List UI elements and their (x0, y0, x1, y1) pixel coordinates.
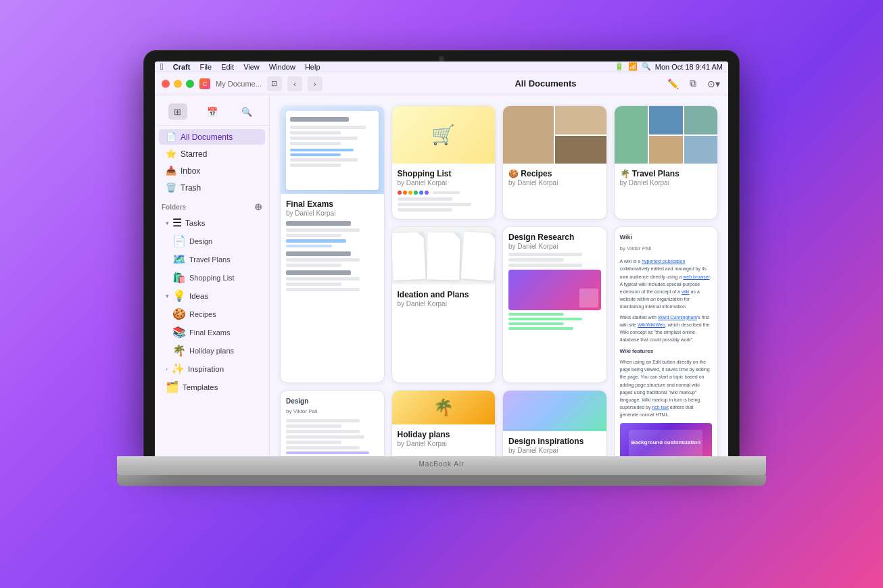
recipes-title: 🍪 Recipes (508, 169, 601, 178)
documents-grid: Final Exams by Daniel Korpai (270, 95, 728, 456)
wiki-para-2: Wikis started with Ward Cunningham's fir… (620, 314, 713, 344)
maximize-button[interactable] (186, 80, 194, 88)
wiki-intro: A wiki is a hypertext publication collab… (620, 258, 713, 310)
search-icon[interactable]: 🔍 (642, 62, 651, 71)
menu-view[interactable]: View (243, 63, 260, 71)
shopping-list-content: Shopping List by Daniel Korpai (392, 164, 496, 219)
inbox-icon: 📥 (166, 166, 176, 176)
sidebar-item-all-documents[interactable]: 📄 All Documents (159, 129, 265, 145)
shopping-color-dots (398, 189, 490, 196)
macbook-bottom (117, 456, 766, 475)
sidebar-folder-templates[interactable]: 🗂️ Templates (159, 378, 265, 395)
design-research-title: Design Research (508, 232, 601, 242)
card-ideation[interactable]: Ideation and Plans by Daniel Korpai (392, 227, 496, 383)
chevron-down-icon: ▾ (166, 220, 169, 226)
add-folder-icon[interactable]: ⊕ (254, 201, 262, 212)
design-research-lines-2 (508, 313, 601, 330)
sidebar-folder-tasks[interactable]: ▾ ☰ Tasks (159, 214, 265, 231)
grid-view-button[interactable]: ⊞ (168, 103, 187, 120)
dot-orange (403, 191, 407, 195)
sidebar-toggle-button[interactable]: ⊡ (267, 76, 282, 91)
design-inspirations-image (503, 391, 606, 431)
design-line-1 (286, 419, 360, 422)
recipes-folder-icon: 🍪 (172, 308, 186, 320)
design-author: by Viktor Pali (286, 408, 379, 416)
nav-forward-button[interactable]: › (308, 76, 323, 91)
sidebar-folder-templates-label: Templates (183, 383, 218, 391)
design-research-image (508, 270, 601, 310)
holiday-folder-icon: 🌴 (172, 344, 186, 357)
menubar:  Craft File Edit View Window Help 🔋 📶 🔍… (155, 62, 728, 72)
sidebar-label-all-documents: All Documents (181, 132, 233, 142)
design-line-6 (286, 446, 360, 449)
menu-craft[interactable]: Craft (173, 63, 191, 71)
sidebar-folder-inspiration-label: Inspiration (188, 365, 224, 373)
sidebar-search-button[interactable]: 🔍 (237, 103, 256, 120)
sidebar-item-starred[interactable]: ⭐ Starred (159, 146, 265, 162)
card-design-inspirations[interactable]: Design inspirations by Daniel Korpai (503, 391, 606, 456)
new-document-button[interactable]: ✏️ (665, 76, 681, 92)
nav-back-button[interactable]: ‹ (287, 76, 302, 91)
sidebar-toolbar: ⊞ 📅 🔍 (155, 101, 269, 126)
recipes-author: by Daniel Korpai (508, 179, 601, 187)
recipes-image (503, 106, 606, 164)
card-shopping-list[interactable]: 🛒 Shopping List by Daniel Korpai (392, 106, 496, 219)
app-window: C My Docume... ⊡ ‹ › All Documents ✏️ ⧉ … (155, 72, 728, 456)
travel-img-5 (684, 136, 718, 164)
sidebar-folder-exams-label: Final Exams (189, 328, 231, 337)
sidebar-folder-inspiration[interactable]: › ✨ Inspiration (159, 360, 265, 377)
more-button[interactable]: ⊙▾ (705, 76, 721, 92)
sidebar-item-inbox[interactable]: 📥 Inbox (159, 163, 265, 178)
design-research-lines (508, 253, 601, 267)
ideation-page-3 (460, 231, 495, 280)
travel-content: 🌴 Travel Plans by Daniel Korpai (615, 164, 718, 192)
recipe-img-1 (503, 106, 554, 164)
design-preview: Design by Viktor Pali (281, 391, 384, 456)
sidebar-folder-holiday-plans[interactable]: 🌴 Holiday plans (159, 342, 265, 359)
window-actions: ✏️ ⧉ ⊙▾ (665, 76, 721, 92)
chevron-down-icon-ideas: ▾ (166, 293, 169, 299)
menu-help[interactable]: Help (305, 63, 320, 71)
design-title: Design (286, 396, 379, 406)
card-travel-plans[interactable]: 🌴 Travel Plans by Daniel Korpai (615, 106, 718, 219)
all-docs-icon: 📄 (166, 132, 176, 142)
wiki-preview: Wiki by Viktor Pali A wiki is a hypertex… (615, 227, 718, 456)
card-design-research[interactable]: Design Research by Daniel Korpai (503, 227, 606, 383)
wifi-icon: 📶 (628, 62, 638, 71)
card-wiki[interactable]: Wiki by Viktor Pali A wiki is a hypertex… (615, 227, 718, 456)
travel-folder-icon: 🗺️ (172, 253, 186, 266)
card-design[interactable]: Design by Viktor Pali (281, 391, 384, 456)
final-exams-title: Final Exams (286, 199, 379, 209)
sidebar-folder-ideas[interactable]: ▾ 💡 Ideas (159, 287, 265, 304)
macbook-computer:  Craft File Edit View Window Help 🔋 📶 🔍… (117, 51, 766, 537)
sidebar-label-inbox: Inbox (181, 166, 200, 176)
menu-file[interactable]: File (199, 63, 212, 71)
dot-green (414, 191, 418, 195)
shopping-text-line (433, 191, 460, 194)
sidebar-folder-design[interactable]: 📄 Design (159, 232, 265, 249)
recipe-collage (503, 106, 606, 164)
copy-button[interactable]: ⧉ (685, 76, 701, 92)
folders-section-header: Folders ⊕ (155, 196, 269, 214)
wiki-title: Wiki (620, 232, 713, 242)
sidebar-folder-recipes[interactable]: 🍪 Recipes (159, 305, 265, 322)
window-subtitle: My Docume... (216, 80, 262, 88)
minimize-button[interactable] (174, 80, 182, 88)
menu-edit[interactable]: Edit (221, 63, 234, 71)
traffic-lights (162, 80, 194, 88)
close-button[interactable] (162, 80, 170, 88)
sidebar-folder-travel-plans[interactable]: 🗺️ Travel Plans (159, 251, 265, 268)
design-folder-icon: 📄 (172, 235, 186, 247)
datetime: Mon Oct 18 9:41 AM (655, 63, 723, 71)
menu-window[interactable]: Window (269, 63, 295, 71)
calendar-view-button[interactable]: 📅 (203, 103, 222, 120)
sidebar-item-trash[interactable]: 🗑️ Trash (159, 180, 265, 195)
card-final-exams[interactable]: Final Exams by Daniel Korpai (281, 106, 384, 383)
screen:  Craft File Edit View Window Help 🔋 📶 🔍… (155, 62, 728, 456)
card-holiday-plans[interactable]: 🌴 Holiday plans by Daniel Korpai (392, 391, 496, 456)
card-recipes[interactable]: 🍪 Recipes by Daniel Korpai (503, 106, 606, 219)
sidebar-folder-design-label: Design (189, 237, 212, 245)
sidebar-folder-final-exams[interactable]: 📚 Final Exams (159, 324, 265, 341)
window-title: All Documents (432, 78, 659, 89)
sidebar-folder-shopping-list[interactable]: 🛍️ Shopping List (159, 269, 265, 286)
